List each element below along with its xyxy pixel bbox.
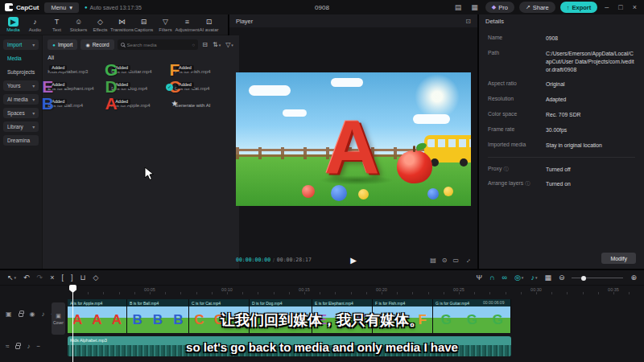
- clip-letter: C: [234, 313, 244, 327]
- link-icon[interactable]: ◎▾: [514, 274, 523, 282]
- timeline-video-clip[interactable]: A is for Apple.mp4 A A A: [68, 299, 127, 333]
- sidebar-item[interactable]: Dreamina ▾: [3, 135, 39, 146]
- zoom-out-icon[interactable]: ⊖: [559, 274, 565, 282]
- voiceover-mic-icon[interactable]: Ψ: [477, 274, 483, 282]
- view-mode-icon[interactable]: ⊟: [201, 41, 208, 48]
- player-menu-icon[interactable]: ⊡: [465, 18, 471, 25]
- timeline-video-clip[interactable]: D is for Dog.mp4 D D D: [250, 299, 312, 333]
- zoom-slider-knob[interactable]: [581, 276, 586, 281]
- sidebar-item[interactable]: AI media ▾: [3, 94, 39, 105]
- diamond-icon: ◆: [492, 4, 496, 10]
- media-tile[interactable]: Added F ★ ✓ F is for Fish.mp4: [175, 64, 234, 76]
- clip-file-name: F is for Fish.mp4: [373, 299, 432, 306]
- minimize-button[interactable]: –: [602, 3, 611, 11]
- ribbon-tabs: ▶ Media ♪ Audio T Text ☺ Stickers ◇ Effe…: [0, 14, 228, 35]
- waveform-icon[interactable]: ≈: [6, 343, 9, 350]
- mute-track-icon[interactable]: ♪: [27, 343, 30, 350]
- delete-icon[interactable]: ⊔: [80, 274, 85, 282]
- timeline-ruler[interactable]: 00:05 00:10 00:15 00:20 00:25 00:30 00:3…: [0, 285, 644, 294]
- timeline-video-clip[interactable]: B is for Ball.mp4 B B B: [127, 299, 189, 333]
- video-preview[interactable]: A: [236, 72, 471, 206]
- filter-all-label[interactable]: All: [47, 55, 233, 60]
- play-button[interactable]: ▶: [350, 256, 357, 265]
- keyframe-icon[interactable]: ◇: [93, 274, 98, 282]
- export-button[interactable]: ↑ Export: [560, 2, 598, 13]
- pro-button[interactable]: ◆ Pro: [485, 2, 514, 13]
- audio-clip[interactable]: Kids Alphabet.mp3: [68, 336, 511, 356]
- sidebar-item[interactable]: Library ▾: [3, 121, 39, 132]
- sort-icon[interactable]: ⇅▾: [212, 41, 221, 48]
- ribbon-tab[interactable]: ⊡ AI avatar: [198, 17, 220, 32]
- ribbon-tab[interactable]: ♪ Audio: [24, 17, 46, 32]
- ribbon-tab[interactable]: ⋈ Transitions: [111, 17, 133, 32]
- undo-icon[interactable]: ↶: [23, 274, 30, 282]
- search-box[interactable]: ○: [118, 39, 199, 50]
- ribbon-tab[interactable]: ≡ Adjustment: [176, 17, 198, 32]
- cloud: [283, 109, 307, 117]
- hide-track-icon[interactable]: ◉: [30, 311, 35, 318]
- ribbon-tab-label: Audio: [29, 27, 41, 32]
- ribbon-tab[interactable]: ▶ Media: [2, 17, 24, 32]
- media-tile[interactable]: Added D ★ ✓ D is for Dog.mp4: [111, 80, 171, 93]
- fit-icon[interactable]: ⊙: [442, 257, 448, 264]
- timeline-video-clip[interactable]: C is for Cat.mp4 C C C: [189, 299, 250, 333]
- media-tile[interactable]: Added C ★ ✓ C is for Cat.mp4: [175, 80, 234, 93]
- maximize-button[interactable]: □: [616, 3, 625, 11]
- sidebar-item[interactable]: Yours ▾: [3, 80, 39, 91]
- sidebar-item-label: Media: [7, 56, 22, 61]
- timeline-tracks: ▣ ◉ ♪ − ≈ ♪ − ▣ Cover A is for Apple.mp4…: [0, 294, 644, 362]
- redo-icon[interactable]: ↷: [37, 274, 43, 282]
- ribbon-tab[interactable]: T Text: [46, 17, 68, 32]
- main-track-icon[interactable]: ▣: [6, 311, 12, 318]
- filter-icon[interactable]: ▽▾: [225, 41, 234, 48]
- import-button[interactable]: ● Import: [47, 39, 77, 50]
- timeline-zoom-slider[interactable]: [572, 274, 623, 281]
- clip-letter: A: [72, 313, 82, 327]
- track-volume-icon[interactable]: ♪▾: [530, 274, 537, 282]
- panel-layout-icon[interactable]: ▦: [469, 3, 481, 11]
- layout-icon[interactable]: ▤: [452, 3, 464, 11]
- search-input[interactable]: [127, 43, 190, 47]
- sidebar-item[interactable]: Media ▾: [3, 53, 39, 64]
- lock-icon[interactable]: [15, 343, 20, 351]
- close-button[interactable]: ×: [630, 3, 639, 11]
- ribbon-tab[interactable]: ▽ Filters: [155, 17, 176, 32]
- sidebar-item[interactable]: Import ▾: [3, 39, 39, 50]
- delete-left-icon[interactable]: [: [61, 274, 64, 282]
- select-tool-icon[interactable]: ↖▾: [7, 274, 16, 282]
- share-button[interactable]: ↗ Share: [519, 2, 555, 13]
- ribbon-tab[interactable]: ☺ Stickers: [68, 17, 89, 32]
- quality-icon[interactable]: ▤: [430, 257, 436, 264]
- playhead[interactable]: [72, 285, 73, 362]
- snap-magnet-icon[interactable]: ∩: [489, 274, 494, 282]
- timeline-video-clip[interactable]: E is for Elephant.mp4 E E E: [312, 299, 373, 333]
- delete-right-icon[interactable]: ]: [71, 274, 73, 282]
- ratio-icon[interactable]: ▭: [452, 257, 459, 264]
- cover-button[interactable]: ▣ Cover: [52, 302, 65, 335]
- lock-icon[interactable]: [19, 311, 23, 319]
- ball: [302, 185, 315, 198]
- preview-axis-icon[interactable]: ▦: [544, 274, 551, 282]
- modify-button[interactable]: Modify: [601, 253, 636, 264]
- media-tile[interactable]: ★ ✓ Generate with AI: [175, 97, 234, 109]
- menu-button[interactable]: Menu ▾: [44, 2, 79, 13]
- split-icon[interactable]: ×: [50, 274, 54, 282]
- sidebar-item[interactable]: Spaces ▾: [3, 108, 39, 118]
- media-tile[interactable]: Added E ★ ✓ E is for Elephant.mp4: [47, 80, 107, 93]
- auto-ripple-icon[interactable]: ∞: [502, 274, 507, 282]
- mute-track-icon[interactable]: ♪: [42, 311, 45, 318]
- record-button[interactable]: ◉ Record: [80, 39, 114, 50]
- timeline-video-clip[interactable]: F is for Fish.mp4 F F F: [373, 299, 433, 333]
- chevron-down-icon: ▾: [32, 42, 35, 47]
- ribbon-tab-icon: ▶: [8, 17, 19, 27]
- shrink-track-icon[interactable]: −: [36, 343, 40, 350]
- media-tile[interactable]: Added A ★ ✓ A is for Apple.mp4: [111, 97, 171, 109]
- media-tile[interactable]: Added ★ ✓ Kids Alphabet.mp3: [47, 64, 107, 76]
- zoom-in-icon[interactable]: ⊕: [630, 274, 637, 282]
- fullscreen-icon[interactable]: ↔: [463, 255, 473, 265]
- sidebar-item[interactable]: Subprojects ▾: [3, 67, 39, 77]
- ribbon-tab[interactable]: ◇ Effects: [89, 17, 111, 32]
- ribbon-tab[interactable]: ⊟ Captions: [133, 17, 155, 32]
- media-tile[interactable]: Added B ★ ✓ B is for Ball.mp4: [47, 97, 107, 109]
- media-tile[interactable]: Added G ★ ✓ G is for Guitar.mp4: [111, 64, 171, 76]
